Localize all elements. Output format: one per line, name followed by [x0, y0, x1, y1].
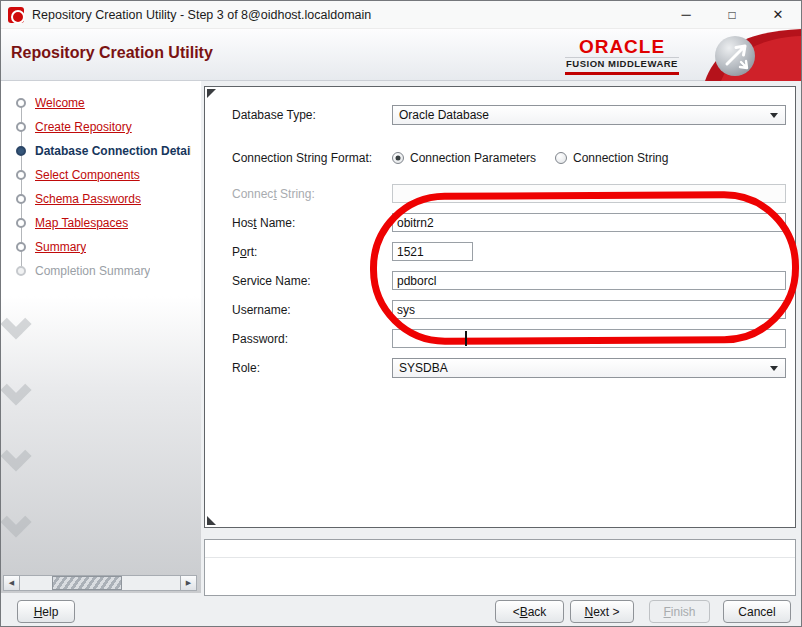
- radio-label: Connection Parameters: [410, 151, 536, 165]
- database-type-value: Oracle Database: [399, 106, 489, 124]
- role-label: Role:: [232, 358, 260, 378]
- scroll-indicator-bottom: [207, 516, 216, 525]
- step-bullet-icon: [16, 242, 26, 252]
- scroll-right-icon[interactable]: ▶: [180, 576, 196, 590]
- port-input[interactable]: [392, 242, 473, 261]
- step-bullet-icon: [16, 122, 26, 132]
- port-label: Port:: [232, 242, 257, 262]
- decorative-chevron: [0, 308, 31, 339]
- username-row: Username:: [205, 300, 795, 320]
- decorative-chevron: [0, 374, 31, 405]
- step-label: Completion Summary: [35, 264, 150, 278]
- sidebar-step-welcome[interactable]: Welcome: [11, 91, 85, 115]
- titlebar: Repository Creation Utility - Step 3 of …: [1, 1, 801, 29]
- app-icon: [8, 7, 24, 23]
- role-row: Role: SYSDBA: [205, 358, 795, 378]
- connection-string-format-label: Connection String Format:: [232, 148, 372, 168]
- service-name-row: Service Name:: [205, 271, 795, 291]
- database-type-row: Database Type: Oracle Database: [205, 105, 795, 125]
- scroll-indicator-top: [207, 89, 216, 98]
- chevron-down-icon: [770, 366, 778, 371]
- sidebar-step-map-tablespaces[interactable]: Map Tablespaces: [11, 211, 128, 235]
- radio-connection-parameters[interactable]: Connection Parameters: [392, 148, 536, 168]
- step-bullet-icon: [16, 266, 26, 276]
- step-label: Select Components: [35, 168, 140, 182]
- radio-label: Connection String: [573, 151, 668, 165]
- service-name-input[interactable]: [392, 271, 786, 290]
- close-button[interactable]: ✕: [755, 1, 801, 28]
- scrollbar-track[interactable]: [20, 576, 180, 590]
- decorative-chevron: [0, 506, 31, 537]
- step-bullet-icon: [16, 98, 26, 108]
- username-input[interactable]: [392, 300, 786, 319]
- radio-unselected-icon: [555, 152, 567, 164]
- radio-connection-string[interactable]: Connection String: [555, 148, 668, 168]
- maximize-button[interactable]: □: [709, 1, 755, 28]
- host-name-input[interactable]: [392, 213, 786, 232]
- rcu-window: Repository Creation Utility - Step 3 of …: [0, 0, 802, 627]
- oracle-wordmark: ORACLE: [565, 36, 679, 57]
- decorative-chevron: [0, 440, 31, 471]
- database-type-label: Database Type:: [232, 105, 316, 125]
- step-label: Database Connection Details: [35, 144, 191, 158]
- scrollbar-thumb[interactable]: [52, 576, 122, 590]
- chevron-down-icon: [770, 113, 778, 118]
- window-controls: ─ □ ✕: [663, 1, 801, 28]
- minimize-button[interactable]: ─: [663, 1, 709, 28]
- step-label: Summary: [35, 240, 86, 254]
- logo-red-bar: [565, 72, 679, 75]
- messages-divider: [205, 557, 795, 558]
- password-row: Password:: [205, 329, 795, 349]
- page-title: Repository Creation Utility: [11, 44, 213, 62]
- role-select[interactable]: SYSDBA: [392, 358, 786, 378]
- header-globe-graphic: [691, 29, 801, 81]
- cancel-button[interactable]: Cancel: [723, 600, 791, 623]
- service-name-label: Service Name:: [232, 271, 311, 291]
- sidebar-step-create-repository[interactable]: Create Repository: [11, 115, 132, 139]
- sidebar-horizontal-scrollbar[interactable]: ◀ ▶: [3, 575, 197, 591]
- scroll-left-icon[interactable]: ◀: [4, 576, 20, 590]
- password-label: Password:: [232, 329, 288, 349]
- connection-details-panel: Database Type: Oracle Database Connectio…: [204, 86, 796, 528]
- username-label: Username:: [232, 300, 291, 320]
- connect-string-label: Connect String:: [232, 184, 315, 204]
- step-bullet-icon: [16, 218, 26, 228]
- window-title: Repository Creation Utility - Step 3 of …: [32, 8, 371, 22]
- sidebar-step-schema-passwords[interactable]: Schema Passwords: [11, 187, 141, 211]
- step-label: Schema Passwords: [35, 192, 141, 206]
- host-name-row: Host Name:: [205, 213, 795, 233]
- messages-box: [204, 539, 796, 596]
- step-bullet-icon: [16, 194, 26, 204]
- next-button[interactable]: Next >: [570, 600, 634, 623]
- connection-string-format-row: Connection String Format: Connection Par…: [205, 148, 795, 168]
- sidebar-step-database-connection-details[interactable]: Database Connection Details: [11, 139, 191, 163]
- help-button[interactable]: Help: [17, 600, 75, 623]
- database-type-select[interactable]: Oracle Database: [392, 105, 786, 125]
- step-label: Create Repository: [35, 120, 132, 134]
- finish-button: Finish: [649, 600, 710, 623]
- back-button[interactable]: < Back: [495, 600, 564, 623]
- wizard-steps-sidebar: Welcome Create Repository Database Conne…: [1, 81, 201, 593]
- password-input[interactable]: [392, 329, 786, 348]
- text-caret: [465, 331, 467, 346]
- radio-selected-icon: [392, 152, 404, 164]
- step-label: Welcome: [35, 96, 85, 110]
- step-label: Map Tablespaces: [35, 216, 128, 230]
- connect-string-input: [392, 184, 786, 203]
- sidebar-step-completion-summary: Completion Summary: [11, 259, 150, 283]
- fusion-middleware-label: FUSION MIDDLEWARE: [565, 57, 679, 70]
- sidebar-step-summary[interactable]: Summary: [11, 235, 86, 259]
- port-row: Port:: [205, 242, 795, 262]
- sidebar-step-select-components[interactable]: Select Components: [11, 163, 140, 187]
- connect-string-row: Connect String:: [205, 184, 795, 204]
- role-value: SYSDBA: [399, 359, 448, 377]
- step-bullet-icon: [16, 146, 26, 156]
- step-bullet-icon: [16, 170, 26, 180]
- header-banner: Repository Creation Utility ORACLE FUSIO…: [1, 29, 801, 81]
- oracle-logo: ORACLE FUSION MIDDLEWARE: [565, 36, 679, 75]
- host-name-label: Host Name:: [232, 213, 295, 233]
